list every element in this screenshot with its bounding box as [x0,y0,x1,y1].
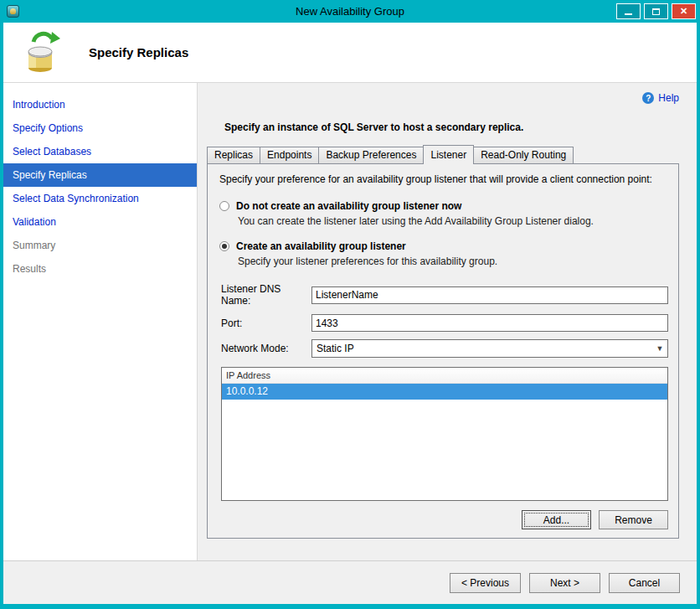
radio-row-no-listener: Do not create an availability group list… [219,200,668,212]
ip-address-list: IP Address 10.0.0.12 [221,367,668,501]
port-input[interactable] [311,314,668,332]
close-icon: ✕ [680,7,687,16]
listener-intro-text: Specify your preference for an availabil… [219,173,668,185]
radio-row-create-listener: Create an availability group listener [219,240,668,252]
titlebar: New Availability Group ✕ [0,0,700,23]
dns-name-label: Listener DNS Name: [221,283,311,307]
no-listener-radio-label[interactable]: Do not create an availability group list… [236,200,461,212]
window-title: New Availability Group [0,5,700,18]
tab-listener[interactable]: Listener [423,145,474,164]
wizard-nav-sidebar: Introduction Specify Options Select Data… [3,83,198,560]
help-link[interactable]: Help [658,92,679,104]
dns-name-row: Listener DNS Name: [221,283,668,307]
page-title: Specify Replicas [89,45,188,59]
nav-item-specify-replicas[interactable]: Specify Replicas [3,163,197,187]
tab-backup-preferences[interactable]: Backup Preferences [318,147,424,163]
minimize-button[interactable] [616,3,641,19]
help-row: ? Help [207,90,679,106]
network-mode-dropdown[interactable]: Static IP ▼ [311,339,668,358]
maximize-icon [652,8,660,15]
add-button[interactable]: Add... [522,510,591,529]
ip-address-column-header: IP Address [222,368,667,384]
next-button[interactable]: Next > [529,573,600,593]
port-label: Port: [221,317,311,329]
create-listener-radio-label[interactable]: Create an availability group listener [236,240,406,252]
nav-item-results: Results [3,257,197,281]
ip-list-buttons: Add... Remove [218,510,668,529]
network-mode-value: Static IP [317,343,354,354]
close-button[interactable]: ✕ [672,3,696,19]
cancel-button[interactable]: Cancel [609,573,680,593]
listener-tab-panel: Specify your preference for an availabil… [207,163,679,539]
nav-item-summary: Summary [3,234,197,257]
main-panel: ? Help Specify an instance of SQL Server… [198,83,697,560]
ip-address-row[interactable]: 10.0.0.12 [222,384,667,400]
wizard-footer: < Previous Next > Cancel [3,560,697,604]
tab-read-only-routing[interactable]: Read-Only Routing [473,147,574,163]
network-mode-row: Network Mode: Static IP ▼ [221,339,668,358]
nav-item-select-data-synchronization[interactable]: Select Data Synchronization [3,187,197,210]
minimize-icon [625,13,632,15]
nav-item-specify-options[interactable]: Specify Options [3,116,197,140]
no-listener-radio[interactable] [219,201,229,211]
instruction-text: Specify an instance of SQL Server to hos… [224,121,679,133]
wizard-header: Specify Replicas [3,23,697,83]
help-icon: ? [642,92,654,104]
chevron-down-icon: ▼ [652,340,667,357]
maximize-button[interactable] [644,3,668,19]
dns-name-input[interactable] [311,286,668,304]
nav-item-validation[interactable]: Validation [3,210,197,234]
previous-button[interactable]: < Previous [450,573,521,593]
network-mode-label: Network Mode: [221,343,311,354]
nav-item-introduction[interactable]: Introduction [3,93,197,116]
tab-strip: Replicas Endpoints Backup Preferences Li… [207,144,679,163]
tab-replicas[interactable]: Replicas [207,147,260,163]
remove-button[interactable]: Remove [599,510,668,529]
content: Introduction Specify Options Select Data… [3,83,697,560]
tab-endpoints[interactable]: Endpoints [260,147,319,163]
no-listener-description: You can create the listener later using … [238,215,668,227]
caption-buttons: ✕ [616,3,696,19]
port-row: Port: [221,314,668,332]
nav-item-select-databases[interactable]: Select Databases [3,140,197,163]
create-listener-description: Specify your listener preferences for th… [238,255,668,267]
window-frame: Specify Replicas Introduction Specify Op… [3,23,697,604]
availability-group-icon [22,31,65,75]
new-availability-group-window: New Availability Group ✕ Specify Repl [0,0,700,609]
create-listener-radio[interactable] [219,241,229,251]
